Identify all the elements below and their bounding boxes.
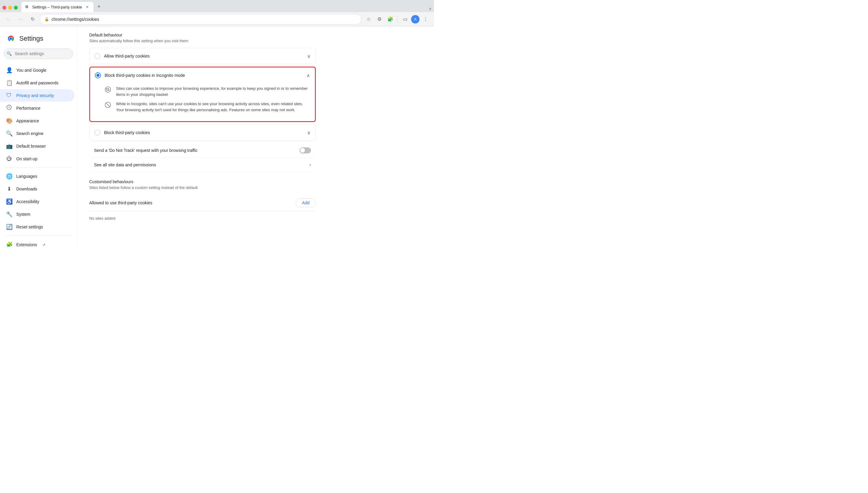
sidebar-item-performance[interactable]: Performance <box>0 102 74 114</box>
block-icon <box>105 102 112 109</box>
see-all-label: See all site data and permissions <box>94 163 156 167</box>
new-tab-button[interactable]: + <box>95 2 103 11</box>
nav-label-reset: Reset settings <box>16 224 43 229</box>
close-window-button[interactable] <box>2 6 6 9</box>
default-behaviour-subtitle: Sites automatically follow this setting … <box>89 39 316 43</box>
nav-label-on-startup: On start-up <box>16 156 37 161</box>
tab-close-button[interactable]: ✕ <box>84 4 90 9</box>
extensions-gear-button[interactable]: ⚙ <box>375 15 384 24</box>
sidebar-item-autofill[interactable]: 📋 Autofill and passwords <box>0 77 74 89</box>
window-controls <box>2 6 20 12</box>
nav-label-system: System <box>16 212 30 217</box>
option-block-incognito-header[interactable]: Block third-party cookies in Incognito m… <box>90 67 315 83</box>
search-box: 🔍 <box>4 48 73 59</box>
forward-button[interactable]: → <box>16 15 25 24</box>
dnt-row: Send a 'Do Not Track' request with your … <box>89 143 316 158</box>
option-allow-header[interactable]: Allow third-party cookies ∨ <box>89 48 316 64</box>
sidebar-item-reset[interactable]: 🔄 Reset settings <box>0 220 74 233</box>
search-input[interactable] <box>4 48 73 59</box>
maximize-window-button[interactable] <box>14 6 18 9</box>
user-icon: 👤 <box>6 67 12 73</box>
languages-icon: 🌐 <box>6 173 12 179</box>
system-icon: 🔧 <box>6 211 12 218</box>
detail-text-1: Sites can use cookies to improve your br… <box>116 86 310 97</box>
option-block-all-header[interactable]: Block third-party cookies ∨ <box>89 125 316 141</box>
sidebar-item-accessibility[interactable]: ♿ Accessibility <box>0 195 74 208</box>
see-all-arrow-icon: › <box>309 162 311 168</box>
nav-label-default-browser: Default browser <box>16 144 46 149</box>
dnt-label: Send a 'Do Not Track' request with your … <box>94 148 198 153</box>
content-inner: Default behaviour Sites automatically fo… <box>89 26 316 229</box>
see-all-row[interactable]: See all site data and permissions › <box>89 158 316 172</box>
nav-label-accessibility: Accessibility <box>16 199 39 204</box>
menu-button[interactable]: ⋮ <box>421 15 430 24</box>
performance-icon <box>6 105 12 111</box>
option-block-incognito-radio[interactable] <box>95 72 101 78</box>
lock-icon: 🔒 <box>44 17 49 21</box>
sidebar-divider-2 <box>5 236 72 236</box>
toolbar-actions: ☆ ⚙ 🧩 ▭ A ⋮ <box>364 15 430 24</box>
svg-point-8 <box>107 90 107 91</box>
sidebar-item-search-engine[interactable]: 🔍 Search engine <box>0 127 74 140</box>
option-block-incognito: Block third-party cookies in Incognito m… <box>89 67 316 122</box>
extensions-button[interactable]: 🧩 <box>386 15 395 24</box>
external-link-icon: ↗ <box>42 242 45 247</box>
tab-favicon: ⚙ <box>25 4 30 9</box>
sidebar-item-default-browser[interactable]: 📺 Default browser <box>0 140 74 152</box>
option-allow-chevron: ∨ <box>307 53 311 59</box>
extensions-nav-icon: 🧩 <box>6 241 12 246</box>
divider <box>89 211 316 211</box>
search-engine-icon: 🔍 <box>6 130 12 137</box>
option-block-incognito-details: Sites can use cookies to improve your br… <box>90 83 315 121</box>
svg-point-7 <box>108 89 109 90</box>
tab-expand-icon[interactable]: ∨ <box>429 7 432 11</box>
sidebar-item-system[interactable]: 🔧 System <box>0 208 74 220</box>
option-allow-radio[interactable] <box>94 53 100 59</box>
sidebar-item-languages[interactable]: 🌐 Languages <box>0 170 74 183</box>
nav-label-privacy: Privacy and security <box>16 93 54 98</box>
appearance-icon: 🎨 <box>6 117 12 124</box>
nav-label-extensions: Extensions <box>16 242 37 246</box>
reset-icon: 🔄 <box>6 223 12 230</box>
sidebar-item-appearance[interactable]: 🎨 Appearance <box>0 114 74 127</box>
active-tab[interactable]: ⚙ Settings – Third-party cookie ✕ <box>21 2 93 12</box>
nav-label-autofill: Autofill and passwords <box>16 81 59 85</box>
sidebar-item-privacy[interactable]: 🛡 Privacy and security <box>0 89 74 102</box>
dnt-toggle[interactable] <box>300 147 311 153</box>
add-button[interactable]: Add <box>296 198 316 207</box>
cookie-icon <box>105 86 112 93</box>
svg-point-2 <box>9 37 12 40</box>
nav-label-appearance: Appearance <box>16 119 39 123</box>
allowed-label: Allowed to use third-party cookies <box>89 200 152 205</box>
customised-subtitle: Sites listed below follow a custom setti… <box>89 185 316 190</box>
customised-title: Customised behaviours <box>89 179 316 184</box>
sidebar-item-downloads[interactable]: ⬇ Downloads <box>0 183 74 195</box>
sidebar-toggle[interactable]: ▭ <box>400 15 410 24</box>
back-button[interactable]: ← <box>4 15 13 24</box>
toolbar: ← → ↻ 🔒 chrome://settings/cookies ☆ ⚙ 🧩 … <box>0 12 434 26</box>
content-area: Default behaviour Sites automatically fo… <box>77 26 434 246</box>
svg-point-6 <box>108 88 109 89</box>
option-block-all: Block third-party cookies ∨ <box>89 125 316 141</box>
refresh-button[interactable]: ↻ <box>28 15 37 24</box>
sidebar-item-you-and-google[interactable]: 👤 You and Google <box>0 64 74 77</box>
option-block-all-radio[interactable] <box>94 130 100 135</box>
option-block-all-label: Block third-party cookies <box>104 130 304 135</box>
address-text: chrome://settings/cookies <box>51 17 99 22</box>
bookmark-button[interactable]: ☆ <box>364 15 373 24</box>
minimize-window-button[interactable] <box>8 6 12 9</box>
allowed-row: Allowed to use third-party cookies Add <box>89 195 316 211</box>
address-bar[interactable]: 🔒 chrome://settings/cookies <box>40 14 361 24</box>
sidebar-item-extensions[interactable]: 🧩 Extensions ↗ <box>0 238 74 246</box>
sidebar-nav: 👤 You and Google 📋 Autofill and password… <box>0 64 77 246</box>
accessibility-icon: ♿ <box>6 198 12 205</box>
main-content: Settings 🔍 👤 You and Google 📋 Autofill a… <box>0 26 434 246</box>
autofill-icon: 📋 <box>6 80 12 86</box>
nav-label-search-engine: Search engine <box>16 131 43 136</box>
profile-avatar[interactable]: A <box>411 15 419 23</box>
option-block-incognito-label: Block third-party cookies in Incognito m… <box>105 73 303 78</box>
search-icon: 🔍 <box>7 51 12 56</box>
sidebar-item-on-startup[interactable]: ⏻ On start-up <box>0 152 74 165</box>
option-block-all-chevron: ∨ <box>307 130 311 135</box>
dnt-toggle-knob <box>300 148 305 153</box>
